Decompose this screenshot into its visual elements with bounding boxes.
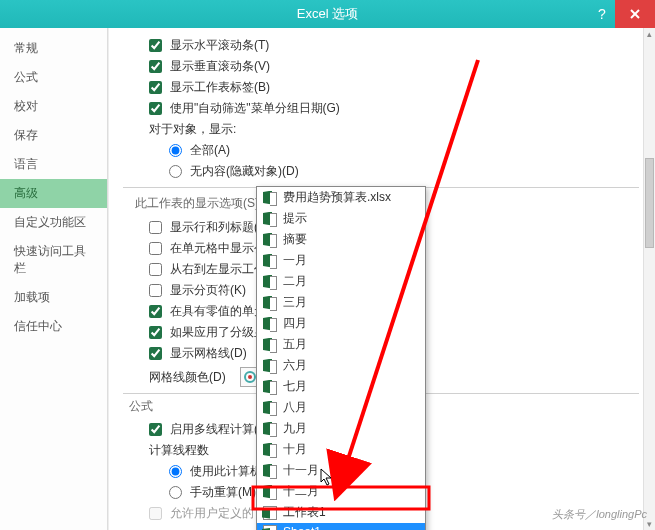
dropdown-item-workbook[interactable]: 提示	[257, 208, 425, 229]
sidebar-item-addins[interactable]: 加载项	[0, 283, 107, 312]
dropdown-item-workbook[interactable]: 二月	[257, 271, 425, 292]
dropdown-item-workbook[interactable]: 十二月	[257, 481, 425, 502]
dropdown-item-label: 一月	[283, 252, 307, 269]
excel-file-icon	[263, 401, 277, 415]
sidebar-item-language[interactable]: 语言	[0, 150, 107, 179]
label-obj-all: 全部(A)	[190, 142, 230, 159]
dropdown-item-label: 费用趋势预算表.xlsx	[283, 189, 391, 206]
dropdown-item-label: 摘要	[283, 231, 307, 248]
label-gridlines: 显示网格线(D)	[170, 345, 247, 362]
radio-obj-all[interactable]	[169, 144, 182, 157]
excel-file-icon	[263, 275, 277, 289]
dropdown-item-workbook[interactable]: 九月	[257, 418, 425, 439]
dropdown-item-sheet[interactable]: Sheet1	[257, 523, 425, 530]
dropdown-item-workbook[interactable]: 五月	[257, 334, 425, 355]
sidebar-item-general[interactable]: 常规	[0, 34, 107, 63]
label-obj-none: 无内容(隐藏对象)(D)	[190, 163, 299, 180]
excel-file-icon	[263, 464, 277, 478]
checkbox-multithread[interactable]	[149, 423, 162, 436]
excel-file-icon	[263, 317, 277, 331]
excel-file-icon	[263, 191, 277, 205]
window-title: Excel 选项	[297, 5, 358, 23]
section-formulas-label: 公式	[123, 399, 153, 413]
sidebar-item-save[interactable]: 保存	[0, 121, 107, 150]
excel-file-icon	[263, 338, 277, 352]
checkbox-vscroll[interactable]	[149, 60, 162, 73]
dropdown-item-workbook[interactable]: 十一月	[257, 460, 425, 481]
dropdown-item-workbook[interactable]: 七月	[257, 376, 425, 397]
dropdown-item-label: 九月	[283, 420, 307, 437]
dropdown-item-label: 三月	[283, 294, 307, 311]
worksheet-icon	[263, 525, 277, 530]
checkbox-hscroll[interactable]	[149, 39, 162, 52]
excel-file-icon	[263, 485, 277, 499]
checkbox-formulas-in-cells[interactable]	[149, 242, 162, 255]
radio-obj-none[interactable]	[169, 165, 182, 178]
dropdown-item-workbook[interactable]: 十月	[257, 439, 425, 460]
label-sheettabs: 显示工作表标签(B)	[170, 79, 270, 96]
scrollbar-vertical[interactable]: ▴ ▾	[643, 28, 655, 530]
label-gridcolor: 网格线颜色(D)	[149, 369, 226, 386]
dropdown-item-label: 提示	[283, 210, 307, 227]
checkbox-zeros[interactable]	[149, 305, 162, 318]
scrollbar-thumb[interactable]	[645, 158, 654, 248]
checkbox-allow-xll	[149, 507, 162, 520]
radio-manual-threads[interactable]	[169, 486, 182, 499]
sidebar-item-customize-ribbon[interactable]: 自定义功能区	[0, 208, 107, 237]
close-button[interactable]	[615, 0, 655, 28]
label-vscroll: 显示垂直滚动条(V)	[170, 58, 270, 75]
checkbox-rtl[interactable]	[149, 263, 162, 276]
dropdown-item-workbook[interactable]: 费用趋势预算表.xlsx	[257, 187, 425, 208]
section-sheet-label: 此工作表的显示选项(S):	[129, 195, 262, 212]
label-use-all-cpus: 使用此计算机	[190, 463, 262, 480]
sidebar-item-formulas[interactable]: 公式	[0, 63, 107, 92]
sheet-selector-dropdown[interactable]: 费用趋势预算表.xlsx提示摘要一月二月三月四月五月六月七月八月九月十月十一月十…	[256, 186, 426, 530]
label-objects: 对于对象，显示:	[149, 121, 236, 138]
sidebar-item-advanced[interactable]: 高级	[0, 179, 107, 208]
label-autofilter-group: 使用"自动筛选"菜单分组日期(G)	[170, 100, 340, 117]
dropdown-item-sheet[interactable]: 工作表1	[257, 502, 425, 523]
checkbox-sheettabs[interactable]	[149, 81, 162, 94]
help-button[interactable]: ?	[589, 0, 615, 28]
dropdown-item-label: 六月	[283, 357, 307, 374]
label-hscroll: 显示水平滚动条(T)	[170, 37, 269, 54]
checkbox-gridlines[interactable]	[149, 347, 162, 360]
dropdown-item-workbook[interactable]: 一月	[257, 250, 425, 271]
dropdown-item-label: 工作表1	[283, 504, 326, 521]
dropdown-item-workbook[interactable]: 六月	[257, 355, 425, 376]
excel-file-icon	[263, 422, 277, 436]
label-manual-threads: 手动重算(M)	[190, 484, 256, 501]
dropdown-item-workbook[interactable]: 四月	[257, 313, 425, 334]
checkbox-autofilter-group[interactable]	[149, 102, 162, 115]
sidebar-item-quick-access[interactable]: 快速访问工具栏	[0, 237, 107, 283]
excel-file-icon	[263, 233, 277, 247]
checkbox-pagebreaks[interactable]	[149, 284, 162, 297]
excel-file-icon	[263, 254, 277, 268]
dropdown-item-label: 十月	[283, 441, 307, 458]
dropdown-item-label: 十二月	[283, 483, 319, 500]
sidebar-item-trust-center[interactable]: 信任中心	[0, 312, 107, 341]
label-pagebreaks: 显示分页符(K)	[170, 282, 246, 299]
titlebar: Excel 选项 ?	[0, 0, 655, 28]
dropdown-item-label: Sheet1	[283, 525, 321, 530]
radio-use-all-cpus[interactable]	[169, 465, 182, 478]
dropdown-item-workbook[interactable]: 八月	[257, 397, 425, 418]
sidebar-nav: 常规 公式 校对 保存 语言 高级 自定义功能区 快速访问工具栏 加载项 信任中…	[0, 28, 108, 530]
dropdown-item-label: 五月	[283, 336, 307, 353]
checkbox-outline[interactable]	[149, 326, 162, 339]
label-threadcount: 计算线程数	[149, 442, 209, 459]
dropdown-item-workbook[interactable]: 三月	[257, 292, 425, 313]
svg-point-3	[248, 375, 252, 379]
checkbox-rowcol-headers[interactable]	[149, 221, 162, 234]
dropdown-item-label: 二月	[283, 273, 307, 290]
worksheet-icon	[263, 506, 277, 520]
watermark-text: 头条号／longlingPc	[552, 507, 647, 522]
dropdown-item-label: 四月	[283, 315, 307, 332]
dropdown-item-label: 八月	[283, 399, 307, 416]
scroll-up-icon[interactable]: ▴	[644, 28, 655, 40]
dropdown-item-label: 十一月	[283, 462, 319, 479]
excel-file-icon	[263, 443, 277, 457]
sidebar-item-proofing[interactable]: 校对	[0, 92, 107, 121]
dropdown-item-workbook[interactable]: 摘要	[257, 229, 425, 250]
excel-file-icon	[263, 296, 277, 310]
